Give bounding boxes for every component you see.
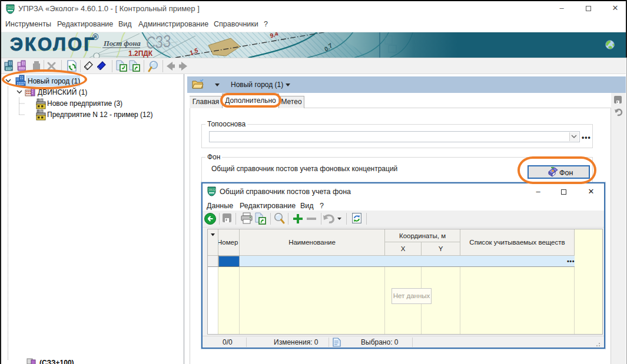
svg-text:®: ® [92, 32, 99, 42]
svg-text:Пост фона: Пост фона [103, 39, 141, 48]
svg-text:СЗЗ: СЗЗ [145, 32, 172, 52]
svg-text:ЭКО: ЭКО [208, 188, 216, 192]
svg-text:ЭКОЛОГ: ЭКОЛОГ [10, 34, 96, 55]
